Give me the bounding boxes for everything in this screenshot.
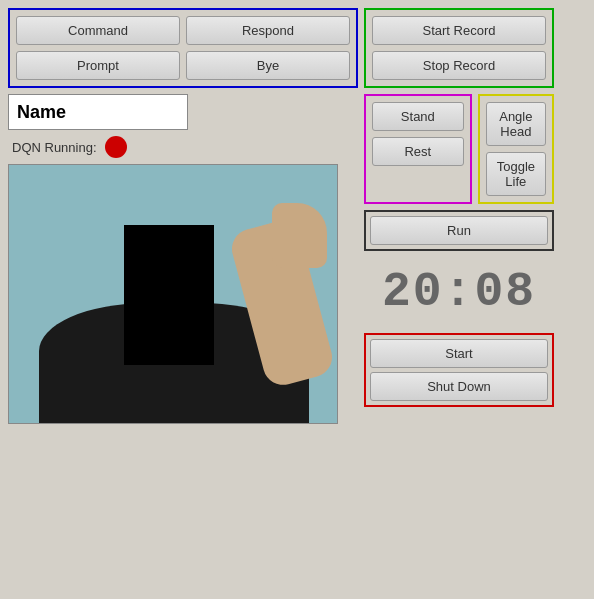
camera-feed	[8, 164, 338, 424]
command-group: Command Respond Prompt Bye	[8, 8, 358, 88]
rest-button[interactable]: Rest	[372, 137, 464, 166]
respond-button[interactable]: Respond	[186, 16, 350, 45]
run-group: Run	[364, 210, 554, 251]
right-column: Start Record Stop Record Stand Rest Angl…	[364, 8, 554, 591]
angle-group: Angle Head Toggle Life	[478, 94, 554, 204]
stand-button[interactable]: Stand	[372, 102, 464, 131]
toggle-life-button[interactable]: Toggle Life	[486, 152, 546, 196]
bye-button[interactable]: Bye	[186, 51, 350, 80]
name-row	[8, 94, 188, 130]
command-button[interactable]: Command	[16, 16, 180, 45]
shut-down-button[interactable]: Shut Down	[370, 372, 548, 401]
timer-display: 20:08	[364, 257, 554, 327]
timer-value: 20:08	[382, 265, 536, 319]
start-shutdown-group: Start Shut Down	[364, 333, 554, 407]
person-hand	[272, 203, 327, 268]
name-input[interactable]	[8, 94, 188, 130]
middle-right: Stand Rest Angle Head Toggle Life	[364, 94, 554, 204]
dqn-label: DQN Running:	[12, 140, 97, 155]
stop-record-button[interactable]: Stop Record	[372, 51, 546, 80]
record-group: Start Record Stop Record	[364, 8, 554, 88]
stand-group: Stand Rest	[364, 94, 472, 204]
face-blur	[124, 225, 214, 365]
dqn-running-row: DQN Running:	[8, 136, 188, 158]
prompt-button[interactable]: Prompt	[16, 51, 180, 80]
name-dqn-row: DQN Running:	[8, 94, 358, 158]
name-dqn-col: DQN Running:	[8, 94, 188, 158]
dqn-status-dot	[105, 136, 127, 158]
angle-head-button[interactable]: Angle Head	[486, 102, 546, 146]
start-record-button[interactable]: Start Record	[372, 16, 546, 45]
start-button[interactable]: Start	[370, 339, 548, 368]
run-button[interactable]: Run	[370, 216, 548, 245]
